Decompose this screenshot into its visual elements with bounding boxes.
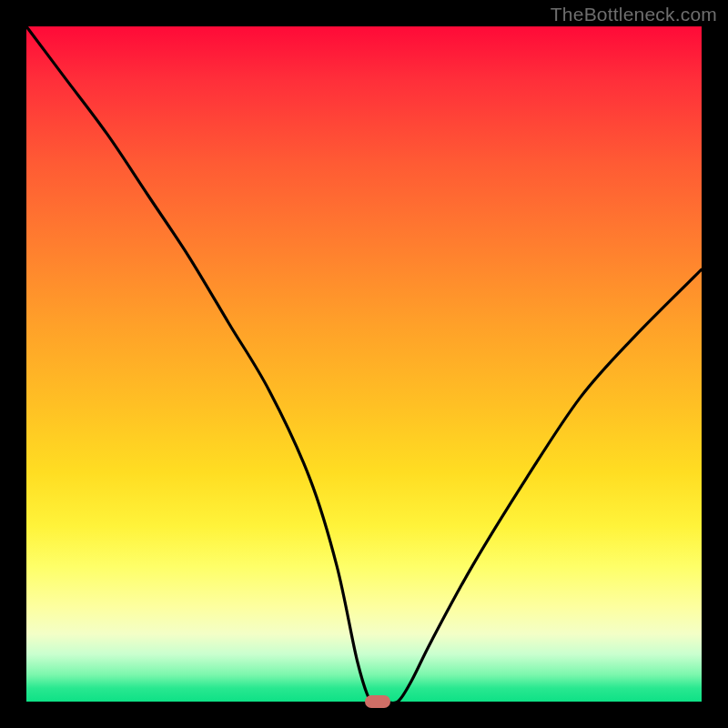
gradient-background	[26, 26, 702, 702]
optimal-point-marker	[365, 695, 390, 708]
watermark-text: TheBottleneck.com	[551, 4, 717, 25]
chart-frame: TheBottleneck.com	[0, 0, 728, 728]
